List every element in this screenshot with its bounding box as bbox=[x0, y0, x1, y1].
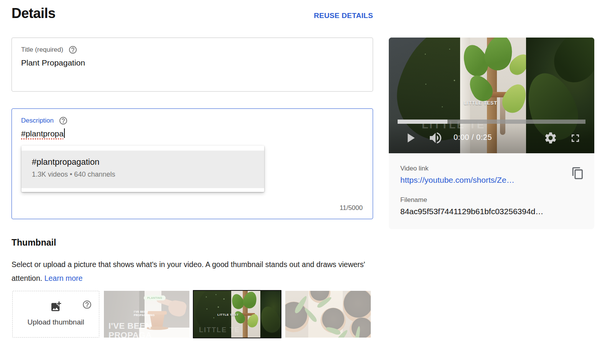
character-counter: 11/5000 bbox=[340, 204, 363, 212]
thumb1-big-caption: I'VE BEEN PROPAGA bbox=[109, 321, 152, 338]
hashtag-name: #plantpropagation bbox=[32, 157, 264, 167]
description-input[interactable]: #plantpropa bbox=[12, 125, 373, 138]
title-label-row: Title (required) bbox=[12, 38, 373, 54]
help-icon[interactable] bbox=[68, 45, 77, 54]
thumbnail-art: PLANTING I'VE BEEN PROPAGATING I'VE BEEN… bbox=[104, 291, 189, 338]
reuse-details-button[interactable]: REUSE DETAILS bbox=[304, 11, 373, 20]
volume-button[interactable] bbox=[428, 130, 443, 146]
description-text: #plantpropa bbox=[21, 129, 64, 138]
title-input[interactable]: Plant Propagation bbox=[12, 54, 373, 67]
thumbnail-art: LITTLE TEST LITTLE TE bbox=[194, 291, 281, 338]
thumb1-small-caption: I'VE BEEN PROPAGATING bbox=[134, 310, 155, 317]
upload-thumbnail-button[interactable]: Upload thumbnail bbox=[12, 291, 99, 338]
thumbnail-description: Select or upload a picture that shows wh… bbox=[12, 257, 372, 285]
planting-badge: PLANTING bbox=[144, 295, 166, 300]
auto-thumbnail-1[interactable]: PLANTING I'VE BEEN PROPAGATING I'VE BEEN… bbox=[104, 291, 189, 338]
add-photo-icon bbox=[50, 300, 62, 313]
progress-bar[interactable] bbox=[398, 120, 585, 124]
video-preview-card: LITTLE TE LITTLE TEST 0:00 / 0:25 Video … bbox=[389, 38, 594, 229]
video-link[interactable]: https://youtube.com/shorts/Ze… bbox=[400, 175, 515, 185]
title-field[interactable]: Title (required) Plant Propagation bbox=[12, 38, 373, 92]
video-info-panel: Video link https://youtube.com/shorts/Ze… bbox=[389, 153, 594, 229]
help-icon[interactable] bbox=[59, 116, 68, 125]
auto-thumbnail-2-selected[interactable]: LITTLE TEST LITTLE TE bbox=[193, 290, 281, 338]
thumb2-faded-caption: LITTLE TE bbox=[199, 326, 240, 334]
time-display: 0:00 / 0:25 bbox=[454, 133, 492, 142]
play-button[interactable] bbox=[403, 130, 418, 146]
video-link-label: Video link bbox=[400, 165, 583, 172]
copy-icon[interactable] bbox=[571, 167, 584, 180]
hashtag-suggestion-item[interactable]: #plantpropagation 1.3K videos • 640 chan… bbox=[21, 151, 264, 188]
description-label-row: Description bbox=[12, 109, 373, 125]
filename-label: Filename bbox=[400, 196, 583, 204]
progress-buffer bbox=[398, 120, 447, 124]
hashtag-stats: 1.3K videos • 640 channels bbox=[32, 171, 264, 179]
description-label: Description bbox=[21, 117, 54, 125]
thumbnail-heading: Thumbnail bbox=[12, 238, 56, 248]
description-field[interactable]: Description #plantpropa #plantpropagatio… bbox=[12, 108, 373, 219]
upload-thumbnail-label: Upload thumbnail bbox=[13, 318, 99, 326]
video-player[interactable]: LITTLE TE LITTLE TEST 0:00 / 0:25 bbox=[389, 38, 594, 153]
thumbnail-art bbox=[285, 291, 371, 338]
learn-more-link[interactable]: Learn more bbox=[44, 274, 83, 282]
auto-thumbnail-3[interactable] bbox=[285, 291, 371, 338]
fullscreen-button[interactable] bbox=[569, 132, 582, 144]
settings-gear-icon[interactable] bbox=[544, 131, 557, 145]
page-title: Details bbox=[12, 5, 56, 21]
thumb2-caption: LITTLE TEST bbox=[217, 313, 238, 316]
text-caret bbox=[64, 128, 65, 138]
video-caption: LITTLE TEST bbox=[464, 100, 497, 106]
title-label: Title (required) bbox=[21, 46, 63, 54]
help-icon[interactable] bbox=[82, 300, 92, 310]
details-page: Details REUSE DETAILS Title (required) P… bbox=[0, 0, 615, 364]
hashtag-suggestion-dropdown: #plantpropagation 1.3K videos • 640 chan… bbox=[21, 146, 264, 192]
filename-value: 84ac95f53f7441129b61bfc03256394d… bbox=[400, 207, 583, 216]
